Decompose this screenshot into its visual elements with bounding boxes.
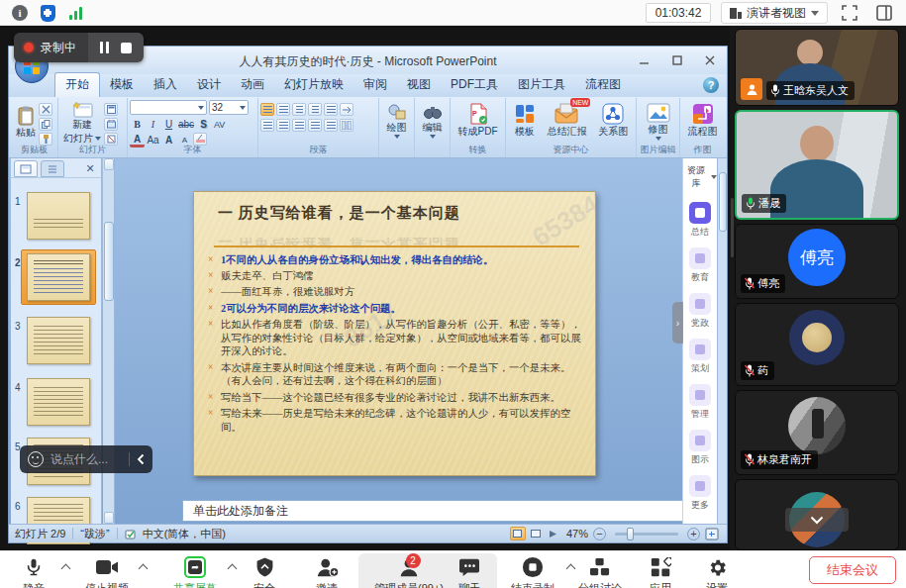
font-name-combobox[interactable] xyxy=(130,100,207,115)
manage-members-button[interactable]: 2 管理成员(99+) xyxy=(362,551,455,588)
tab-slideshow[interactable]: 幻灯片放映 xyxy=(274,73,353,97)
numbering-button[interactable] xyxy=(276,103,290,116)
fullscreen-button[interactable] xyxy=(841,4,858,22)
flowchart-button[interactable]: 流程图 xyxy=(682,100,723,145)
zoom-slider-thumb[interactable] xyxy=(627,528,634,540)
vertical-scrollbar[interactable] xyxy=(717,158,727,524)
video-options-chevron[interactable] xyxy=(139,563,147,571)
indent-increase-button[interactable] xyxy=(308,103,322,116)
view-mode-dropdown[interactable]: 演讲者视图 xyxy=(721,2,828,24)
close-button[interactable] xyxy=(696,50,723,69)
distribute-button[interactable] xyxy=(324,119,338,132)
summary-report-button[interactable]: NEW 总结汇报 xyxy=(547,100,586,137)
italic-button[interactable]: I xyxy=(146,117,160,132)
edit-button[interactable]: 编辑 xyxy=(417,100,448,145)
slide-sorter-button[interactable] xyxy=(528,527,544,540)
mute-button[interactable]: 静音 xyxy=(8,551,59,588)
invite-button[interactable]: 邀请 xyxy=(301,551,352,588)
template-button[interactable]: 模板 xyxy=(514,100,536,137)
tab-view[interactable]: 视图 xyxy=(397,73,441,97)
stop-video-button[interactable]: 停止视频 xyxy=(79,551,135,588)
character-spacing-button[interactable]: AV xyxy=(212,117,227,132)
convert-to-pdf-button[interactable]: P 转成PDF xyxy=(453,100,503,145)
resource-item-more[interactable]: 更多 xyxy=(683,475,717,512)
tab-insert[interactable]: 插入 xyxy=(144,73,187,97)
draw-button[interactable]: 绘图 xyxy=(381,100,412,145)
close-pane-icon[interactable]: ✕ xyxy=(82,162,98,175)
justify-button[interactable] xyxy=(308,119,322,132)
quick-chat-bar[interactable]: 说点什么... xyxy=(20,445,152,473)
security-button[interactable]: 安全 xyxy=(242,551,287,588)
emoji-icon[interactable] xyxy=(28,451,44,467)
settings-button[interactable]: 设置 xyxy=(693,551,741,588)
security-status-button[interactable] xyxy=(38,3,57,23)
maximize-button[interactable] xyxy=(663,50,690,69)
collapse-left-icon[interactable] xyxy=(137,453,145,465)
minimize-button[interactable] xyxy=(631,50,657,69)
participant-tile-4[interactable]: 药 xyxy=(735,303,899,386)
meeting-info-button[interactable]: i xyxy=(10,3,30,23)
slide-thumbnail-2[interactable] xyxy=(27,253,90,301)
scroll-up-arrow[interactable] xyxy=(104,158,114,170)
notes-pane[interactable]: 单击此处添加备注 xyxy=(182,500,688,522)
mute-options-chevron[interactable] xyxy=(61,563,69,571)
resource-item-diagram[interactable]: 图示 xyxy=(683,430,717,466)
retouch-button[interactable]: 修图 xyxy=(639,100,677,145)
participant-tile-1[interactable]: 王晗东吴人文 xyxy=(735,29,899,106)
panel-collapse-handle[interactable]: › xyxy=(672,302,683,343)
language-status[interactable]: 中文(简体，中国) xyxy=(143,527,226,541)
bullets-button[interactable] xyxy=(260,103,274,116)
network-status-button[interactable] xyxy=(65,3,85,23)
spellcheck-icon[interactable] xyxy=(125,528,138,539)
cut-button[interactable] xyxy=(39,103,52,116)
zoom-out-button[interactable]: − xyxy=(593,528,606,540)
apps-button[interactable]: 应用 xyxy=(638,551,683,588)
collapse-videos-button[interactable] xyxy=(785,508,849,532)
sidebar-scrollbar[interactable] xyxy=(731,198,734,257)
zoom-in-button[interactable]: + xyxy=(687,528,700,540)
outline-tab[interactable] xyxy=(41,160,64,177)
strikethrough-button[interactable]: abc xyxy=(177,117,195,132)
new-slide-button[interactable]: 新建 幻灯片 xyxy=(60,100,104,146)
share-screen-button[interactable]: ➦ 共享屏幕 xyxy=(166,551,224,588)
resource-item-management[interactable]: 管理 xyxy=(683,384,717,421)
participant-tile-2[interactable]: 潘晟 xyxy=(735,110,899,220)
line-spacing-button[interactable] xyxy=(324,103,338,116)
slide-thumbnail-4[interactable] xyxy=(27,378,90,426)
slide-thumbnail-3[interactable] xyxy=(27,317,90,364)
relation-diagram-button[interactable]: 关系图 xyxy=(598,100,628,137)
scrollbar-thumb[interactable] xyxy=(719,172,727,232)
columns-button[interactable] xyxy=(340,119,353,132)
tab-design[interactable]: 设计 xyxy=(187,73,231,97)
tab-picture-tools[interactable]: 图片工具 xyxy=(508,73,575,97)
current-slide[interactable]: 一 历史写给谁看，是一个基本问题 一 历史写给谁看，是一个基本问题 653848… xyxy=(193,191,596,476)
scrollbar-thumb[interactable] xyxy=(104,222,114,301)
align-center-button[interactable] xyxy=(276,119,290,132)
resource-panel-header[interactable]: 资源库 xyxy=(683,158,717,190)
tab-pdf-tools[interactable]: PDF工具 xyxy=(441,73,508,97)
indent-decrease-button[interactable] xyxy=(292,103,306,116)
resource-item-education[interactable]: 教育 xyxy=(683,247,717,284)
slide-thumbnail-1[interactable] xyxy=(27,192,90,240)
text-direction-button[interactable] xyxy=(340,103,353,116)
tab-flowchart[interactable]: 流程图 xyxy=(575,73,631,97)
underline-button[interactable]: U xyxy=(161,117,176,132)
zoom-slider[interactable] xyxy=(615,533,678,536)
reset-slide-button[interactable] xyxy=(104,118,118,131)
chat-placeholder[interactable]: 说点什么... xyxy=(50,451,122,468)
resource-item-party[interactable]: 党政 xyxy=(683,293,717,330)
slide-layout-button[interactable] xyxy=(104,103,118,116)
bold-button[interactable]: B xyxy=(130,117,145,132)
paste-button[interactable]: 粘贴 xyxy=(13,100,39,146)
tab-review[interactable]: 审阅 xyxy=(353,73,397,97)
fit-to-window-icon[interactable] xyxy=(705,528,719,540)
participant-tile-6[interactable] xyxy=(735,479,899,550)
slides-tab[interactable] xyxy=(14,160,38,177)
tab-home[interactable]: 开始 xyxy=(54,72,100,97)
share-options-chevron[interactable] xyxy=(228,563,236,571)
participant-tile-3[interactable]: 傅亮 傅亮 xyxy=(735,224,899,299)
slideshow-button[interactable] xyxy=(546,527,561,540)
scroll-down-arrow[interactable] xyxy=(104,512,114,524)
stop-recording-icon[interactable] xyxy=(121,43,132,53)
end-meeting-button[interactable]: 结束会议 xyxy=(809,556,896,584)
